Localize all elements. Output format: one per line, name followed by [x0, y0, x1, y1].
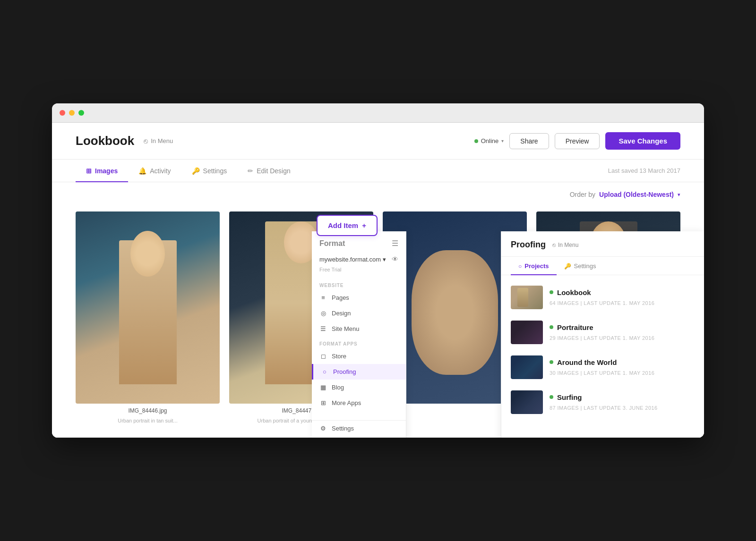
in-menu-label: In Menu	[151, 137, 173, 144]
in-menu-badge[interactable]: ⎋ In Menu	[144, 137, 173, 145]
order-by-section[interactable]: Order by Upload (Oldest-Newest) ▾	[570, 191, 680, 198]
project-item-lookbook[interactable]: Lookbook 64 IMAGES | LAST UPDATE 1. MAY …	[501, 280, 704, 315]
format-website-url: mywebsite.format.com ▾	[319, 256, 386, 263]
project-info-surfing: Surfing 87 IMAGES | LAST UPDATE 3. JUNE …	[550, 393, 695, 412]
content-toolbar: Order by Upload (Oldest-Newest) ▾	[52, 182, 704, 207]
project-name-row-surfing: Surfing	[550, 393, 695, 401]
project-thumb-portraiture	[511, 321, 543, 344]
format-nav-more-apps[interactable]: ⊞ More Apps	[312, 395, 406, 411]
proofing-tab-settings[interactable]: 🔑 Settings	[557, 257, 604, 275]
images-tab-icon: ⊞	[86, 167, 92, 175]
online-caret-icon: ▾	[501, 138, 504, 144]
tab-settings-label: Settings	[203, 167, 227, 175]
edit-design-tab-icon: ✏	[248, 167, 253, 175]
project-name-portraiture: Portraiture	[557, 323, 593, 331]
save-changes-button[interactable]: Save Changes	[605, 132, 680, 150]
tab-edit-design-label: Edit Design	[257, 167, 291, 175]
project-meta-portraiture: 29 IMAGES | LAST UPDATE 1. MAY 2016	[550, 335, 654, 341]
image-desc-1: Urban portrait in tan suit...	[118, 418, 178, 423]
tab-activity[interactable]: 🔔 Activity	[128, 160, 181, 182]
project-name-row-lookbook: Lookbook	[550, 288, 695, 296]
store-nav-icon: ◻	[319, 353, 327, 360]
format-nav-site-menu-label: Site Menu	[332, 325, 360, 332]
tab-images-label: Images	[95, 167, 118, 175]
tab-activity-label: Activity	[150, 167, 171, 175]
preview-button[interactable]: Preview	[555, 133, 600, 149]
format-nav-blog[interactable]: ▦ Blog	[312, 380, 406, 395]
format-nav-proofing-label: Proofing	[333, 368, 356, 375]
proofing-nav-icon: ○	[321, 368, 328, 375]
tab-images[interactable]: ⊞ Images	[76, 160, 128, 182]
tab-settings[interactable]: 🔑 Settings	[181, 160, 238, 182]
last-saved-text: Last saved 13 March 2017	[608, 167, 680, 174]
format-sidebar: Format ☰ mywebsite.format.com ▾ 👁 Free T…	[312, 231, 406, 438]
app-tabs: ⊞ Images 🔔 Activity 🔑 Settings ✏ Edit De…	[52, 160, 704, 182]
format-nav-settings[interactable]: ⚙ Settings	[312, 421, 406, 436]
projects-tab-icon: ○	[518, 263, 522, 270]
format-nav-proofing[interactable]: ○ Proofing	[312, 364, 406, 380]
app-title: Lookbook	[76, 134, 134, 148]
format-nav-pages[interactable]: ≡ Pages	[312, 290, 406, 305]
online-indicator[interactable]: Online ▾	[474, 137, 504, 144]
tab-edit-design[interactable]: ✏ Edit Design	[237, 160, 301, 182]
browser-minimize-dot[interactable]	[69, 110, 75, 116]
format-nav-design-label: Design	[332, 310, 351, 317]
proofing-tab-settings-label: Settings	[574, 262, 596, 270]
blog-nav-icon: ▦	[319, 384, 327, 391]
project-name-row-around-world: Around the World	[550, 358, 695, 366]
design-nav-icon: ◎	[319, 310, 327, 317]
pages-nav-icon: ≡	[319, 294, 327, 301]
online-dot	[474, 139, 478, 143]
format-sidebar-title: Format	[319, 239, 345, 248]
project-name-around-world: Around the World	[557, 358, 617, 366]
project-name-row-portraiture: Portraiture	[550, 323, 695, 331]
project-active-dot-surfing	[550, 395, 553, 399]
add-item-plus-icon: +	[362, 221, 366, 229]
format-nav-more-apps-label: More Apps	[332, 399, 361, 406]
browser-maximize-dot[interactable]	[78, 110, 84, 116]
app-header: Lookbook ⎋ In Menu Online ▾ Share Previe…	[52, 123, 704, 160]
online-status-label: Online	[481, 137, 499, 144]
order-by-caret-icon: ▾	[678, 192, 680, 198]
project-name-lookbook: Lookbook	[557, 288, 591, 296]
format-nav-site-menu[interactable]: ☰ Site Menu	[312, 321, 406, 337]
project-name-surfing: Surfing	[557, 393, 582, 401]
proofing-settings-tab-icon: 🔑	[564, 263, 571, 270]
project-meta-lookbook: 64 IMAGES | LAST UPDATE 1. MAY 2016	[550, 300, 654, 306]
browser-close-dot[interactable]	[60, 110, 65, 116]
format-nav-store[interactable]: ◻ Store	[312, 348, 406, 364]
share-button[interactable]: Share	[509, 133, 549, 149]
more-apps-nav-icon: ⊞	[319, 399, 327, 406]
project-info-lookbook: Lookbook 64 IMAGES | LAST UPDATE 1. MAY …	[550, 288, 695, 307]
image-thumb-1[interactable]	[76, 211, 220, 404]
project-thumb-lookbook	[511, 286, 543, 309]
format-nav-blog-label: Blog	[332, 384, 344, 391]
format-eye-icon[interactable]: 👁	[392, 255, 398, 263]
proofing-tabs: ○ Projects 🔑 Settings	[501, 257, 704, 275]
project-item-around-world[interactable]: Around the World 30 IMAGES | LAST UPDATE…	[501, 350, 704, 385]
thumb-around-world-img	[511, 355, 543, 379]
project-item-portraiture[interactable]: Portraiture 29 IMAGES | LAST UPDATE 1. M…	[501, 315, 704, 350]
format-website-row[interactable]: mywebsite.format.com ▾ 👁	[312, 252, 406, 267]
format-menu-icon[interactable]: ☰	[392, 239, 398, 248]
format-bottom-settings: ⚙ Settings	[312, 420, 406, 436]
format-nav-store-label: Store	[332, 353, 346, 360]
project-active-dot-around-world	[550, 360, 553, 364]
proofing-tab-projects[interactable]: ○ Projects	[511, 257, 557, 275]
project-thumb-around-world	[511, 355, 543, 379]
proofing-panel: Proofing ⎋ In Menu ○ Projects 🔑 Settings	[501, 231, 704, 438]
browser-window: Lookbook ⎋ In Menu Online ▾ Share Previe…	[52, 103, 704, 438]
img-tan-suit	[76, 211, 220, 404]
project-active-dot-portraiture	[550, 325, 553, 329]
format-nav-design[interactable]: ◎ Design	[312, 305, 406, 321]
proofing-in-menu-icon: ⎋	[552, 242, 556, 248]
add-item-button[interactable]: Add Item +	[317, 215, 378, 236]
browser-chrome	[52, 103, 704, 123]
format-url-caret-icon: ▾	[383, 256, 386, 263]
project-item-surfing[interactable]: Surfing 87 IMAGES | LAST UPDATE 3. JUNE …	[501, 385, 704, 420]
proofing-in-menu[interactable]: ⎋ In Menu	[552, 242, 578, 248]
project-info-around-world: Around the World 30 IMAGES | LAST UPDATE…	[550, 358, 695, 377]
thumb-portraiture-img	[511, 321, 543, 344]
proofing-in-menu-label: In Menu	[558, 242, 578, 248]
site-menu-nav-icon: ☰	[319, 325, 327, 332]
